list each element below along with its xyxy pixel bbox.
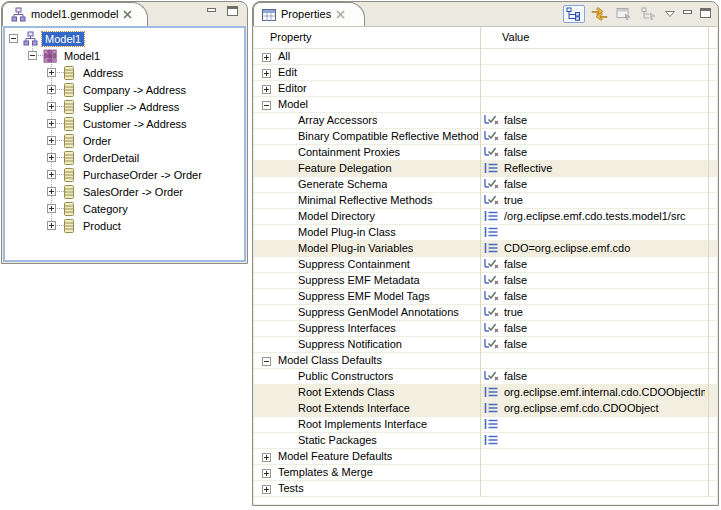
property-value-cell[interactable]: false: [484, 258, 705, 270]
property-row[interactable]: Tests: [254, 481, 717, 497]
property-name: Public Constructors: [298, 370, 393, 382]
category-expander-icon[interactable]: [262, 453, 271, 462]
minimize-button[interactable]: [680, 8, 695, 21]
tree-expander-icon[interactable]: [47, 85, 56, 94]
maximize-button[interactable]: [698, 8, 713, 21]
editor-tab[interactable]: model1.genmodel: [2, 2, 148, 26]
show-categories-button[interactable]: [638, 5, 660, 23]
property-row[interactable]: Templates & Merge: [254, 465, 717, 481]
property-row[interactable]: Suppress EMF Metadata false: [254, 273, 717, 289]
property-value-cell[interactable]: org.eclipse.emf.cdo.CDOObject: [484, 402, 705, 414]
tree-item[interactable]: OrderDetail: [5, 149, 244, 166]
category-expander-icon[interactable]: [262, 101, 271, 110]
column-header-value[interactable]: Value: [502, 31, 529, 43]
tree-expander-icon[interactable]: [47, 136, 56, 145]
tree-item[interactable]: Customer -> Address: [5, 115, 244, 132]
property-row[interactable]: Model: [254, 97, 717, 113]
category-expander-icon[interactable]: [262, 469, 271, 478]
tree-item[interactable]: Model1: [5, 30, 244, 47]
tree-item[interactable]: Model1: [5, 47, 244, 64]
property-name: Suppress EMF Model Tags: [298, 290, 430, 302]
property-value-cell[interactable]: false: [484, 130, 705, 142]
property-row[interactable]: Minimal Reflective Methods true: [254, 193, 717, 209]
property-value-cell[interactable]: false: [484, 290, 705, 302]
tree-expander-icon[interactable]: [47, 221, 56, 230]
property-value-cell[interactable]: false: [484, 274, 705, 286]
property-value-cell[interactable]: false: [484, 338, 705, 350]
genmodel-tree[interactable]: Model1 Model1: [5, 28, 244, 260]
property-row[interactable]: Model Plug-in Variables CDO=org.eclipse.…: [254, 241, 717, 257]
tree-item[interactable]: Order: [5, 132, 244, 149]
property-value-cell[interactable]: org.eclipse.emf.internal.cdo.CDOObjectIm…: [484, 386, 705, 398]
property-row[interactable]: Model Plug-in Class: [254, 225, 717, 241]
tree-item[interactable]: Supplier -> Address: [5, 98, 244, 115]
tree-expander-icon[interactable]: [47, 68, 56, 77]
property-row[interactable]: Generate Schema false: [254, 177, 717, 193]
category-expander-icon[interactable]: [262, 53, 271, 62]
property-row[interactable]: Model Directory /org.eclipse.emf.cdo.tes…: [254, 209, 717, 225]
property-row[interactable]: Public Constructors false: [254, 369, 717, 385]
view-menu-button[interactable]: [663, 5, 677, 23]
maximize-button[interactable]: [225, 6, 240, 19]
tree-item[interactable]: SalesOrder -> Order: [5, 183, 244, 200]
tree-item[interactable]: Category: [5, 200, 244, 217]
properties-tab[interactable]: Properties: [253, 2, 365, 26]
property-row[interactable]: Editor: [254, 81, 717, 97]
property-row[interactable]: Suppress Notification false: [254, 337, 717, 353]
property-row[interactable]: Suppress GenModel Annotations true: [254, 305, 717, 321]
tree-item[interactable]: Product: [5, 217, 244, 234]
property-value-cell[interactable]: [484, 226, 705, 238]
property-value-cell[interactable]: true: [484, 194, 705, 206]
category-expander-icon[interactable]: [262, 69, 271, 78]
property-row[interactable]: All: [254, 49, 717, 65]
property-row[interactable]: Containment Proxies false: [254, 145, 717, 161]
category-expander-icon[interactable]: [262, 85, 271, 94]
tree-expander-icon[interactable]: [47, 102, 56, 111]
property-value-cell[interactable]: /org.eclipse.emf.cdo.tests.model1/src: [484, 210, 705, 222]
tree-expander-icon[interactable]: [28, 51, 37, 60]
property-value-cell[interactable]: false: [484, 146, 705, 158]
property-row[interactable]: Edit: [254, 65, 717, 81]
property-row[interactable]: Static Packages: [254, 433, 717, 449]
tree-item[interactable]: PurchaseOrder -> Order: [5, 166, 244, 183]
property-value-cell[interactable]: false: [484, 370, 705, 382]
show-tree-mode-button[interactable]: [563, 5, 585, 23]
tree-item[interactable]: Company -> Address: [5, 81, 244, 98]
category-expander-icon[interactable]: [262, 485, 271, 494]
property-name: Static Packages: [298, 434, 377, 446]
tree-expander-icon[interactable]: [47, 153, 56, 162]
show-advanced-properties-button[interactable]: [588, 5, 610, 23]
property-row[interactable]: Array Accessors false: [254, 113, 717, 129]
tree-expander-icon[interactable]: [47, 119, 56, 128]
tree-expander-icon[interactable]: [9, 34, 18, 43]
tree-expander-icon[interactable]: [47, 204, 56, 213]
column-header-property[interactable]: Property: [270, 31, 312, 43]
close-icon[interactable]: [336, 10, 345, 19]
property-row[interactable]: Feature Delegation Reflective: [254, 161, 717, 177]
property-row[interactable]: Binary Compatible Reflective Methods fal…: [254, 129, 717, 145]
property-row[interactable]: Root Extends Interface org.eclipse.emf.c…: [254, 401, 717, 417]
property-row[interactable]: Root Implements Interface: [254, 417, 717, 433]
property-row[interactable]: Suppress Containment false: [254, 257, 717, 273]
property-row[interactable]: Root Extends Class org.eclipse.emf.inter…: [254, 385, 717, 401]
property-value-cell[interactable]: Reflective: [484, 162, 705, 174]
property-row[interactable]: Suppress Interfaces false: [254, 321, 717, 337]
category-expander-icon[interactable]: [262, 357, 271, 366]
property-value-cell[interactable]: false: [484, 178, 705, 190]
genclass-icon: [61, 218, 77, 234]
property-row[interactable]: Model Class Defaults: [254, 353, 717, 369]
tree-expander-icon[interactable]: [47, 187, 56, 196]
property-value-cell[interactable]: [484, 418, 705, 430]
restore-default-value-button[interactable]: [613, 5, 635, 23]
property-value-cell[interactable]: true: [484, 306, 705, 318]
minimize-button[interactable]: [204, 6, 219, 19]
close-icon[interactable]: [123, 10, 132, 19]
property-value-cell[interactable]: CDO=org.eclipse.emf.cdo: [484, 242, 705, 254]
tree-item[interactable]: Address: [5, 64, 244, 81]
property-value-cell[interactable]: false: [484, 114, 705, 126]
tree-expander-icon[interactable]: [47, 170, 56, 179]
property-row[interactable]: Model Feature Defaults: [254, 449, 717, 465]
property-value-cell[interactable]: [484, 434, 705, 446]
property-row[interactable]: Suppress EMF Model Tags false: [254, 289, 717, 305]
property-value-cell[interactable]: false: [484, 322, 705, 334]
